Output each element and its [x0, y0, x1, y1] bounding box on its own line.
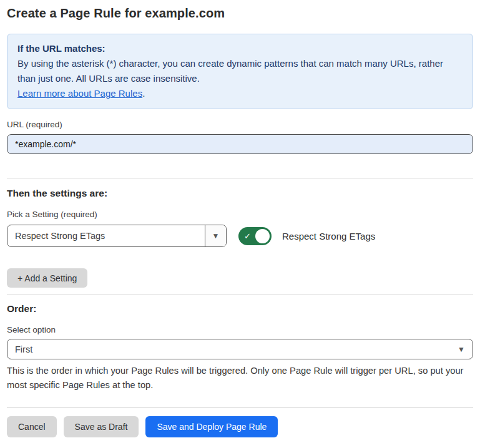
respect-strong-etags-toggle[interactable]: ✓ — [238, 227, 272, 245]
order-select-value: First — [15, 344, 458, 354]
setting-row: Respect Strong ETags ▼ ✓ Respect Strong … — [7, 225, 473, 247]
order-select[interactable]: First ▼ — [7, 339, 473, 359]
url-match-info-box: If the URL matches: By using the asteris… — [7, 34, 473, 109]
info-box-heading: If the URL matches: — [17, 41, 463, 56]
setting-select-caret-button[interactable]: ▼ — [205, 225, 226, 246]
page-title: Create a Page Rule for example.com — [7, 6, 473, 21]
chevron-down-icon: ▼ — [212, 231, 220, 240]
add-setting-button[interactable]: + Add a Setting — [7, 268, 87, 288]
toggle-knob — [255, 229, 270, 243]
setting-select[interactable]: Respect Strong ETags ▼ — [7, 225, 227, 247]
settings-section-heading: Then the settings are: — [7, 188, 473, 199]
toggle-label: Respect Strong ETags — [282, 231, 375, 241]
cancel-button[interactable]: Cancel — [7, 416, 57, 437]
info-box-link-line: Learn more about Page Rules. — [17, 86, 463, 101]
save-and-deploy-button[interactable]: Save and Deploy Page Rule — [145, 416, 278, 437]
setting-select-value: Respect Strong ETags — [7, 225, 205, 246]
divider — [7, 295, 473, 295]
url-input[interactable] — [7, 134, 473, 154]
learn-more-link[interactable]: Learn more about Page Rules — [17, 88, 142, 99]
form-actions: Cancel Save as Draft Save and Deploy Pag… — [7, 416, 473, 437]
check-icon: ✓ — [244, 231, 251, 241]
link-suffix: . — [142, 88, 145, 99]
page-rule-form: Create a Page Rule for example.com If th… — [0, 6, 480, 437]
order-select-label: Select option — [7, 325, 473, 334]
pick-setting-label: Pick a Setting (required) — [7, 210, 473, 219]
chevron-down-icon: ▼ — [458, 345, 465, 354]
order-help-text: This is the order in which your Page Rul… — [7, 364, 472, 392]
save-as-draft-button[interactable]: Save as Draft — [64, 416, 139, 437]
info-box-body: By using the asterisk (*) character, you… — [17, 56, 463, 86]
divider — [7, 407, 473, 408]
url-field-label: URL (required) — [7, 120, 473, 129]
order-section-heading: Order: — [7, 303, 473, 314]
divider — [7, 178, 473, 178]
